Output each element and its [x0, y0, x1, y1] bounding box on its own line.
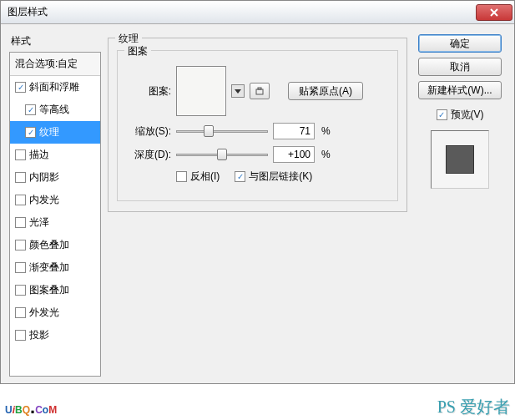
style-item-label: 等高线: [39, 103, 69, 117]
style-checkbox[interactable]: [15, 330, 26, 341]
svg-marker-2: [235, 89, 241, 94]
styles-label: 样式: [9, 31, 101, 52]
style-checkbox[interactable]: [15, 149, 26, 160]
preview-swatch: [446, 145, 474, 174]
style-item-label: 内阴影: [29, 170, 59, 185]
style-checkbox[interactable]: [25, 104, 36, 115]
scale-input[interactable]: [273, 123, 315, 139]
style-item-label: 描边: [29, 148, 49, 162]
blend-options-header[interactable]: 混合选项:自定: [10, 53, 100, 76]
scale-unit: %: [320, 125, 331, 137]
style-item-label: 斜面和浮雕: [29, 80, 79, 94]
pattern-dropdown[interactable]: [231, 84, 245, 98]
style-item-label: 图案叠加: [29, 283, 69, 297]
style-item[interactable]: 光泽: [10, 211, 100, 234]
invert-label: 反相(I): [190, 170, 220, 184]
style-checkbox[interactable]: [15, 195, 26, 205]
style-item-label: 渐变叠加: [29, 261, 69, 275]
style-item-label: 外发光: [29, 306, 59, 320]
depth-slider[interactable]: [176, 147, 268, 162]
window-title: 图层样式: [8, 5, 48, 19]
watermark-left: UiBQ.CoM: [5, 397, 57, 418]
close-icon: [490, 8, 498, 17]
watermark-right: PS 爱好者: [437, 396, 510, 418]
pattern-swatch[interactable]: [176, 66, 226, 116]
cancel-button[interactable]: 取消: [418, 58, 502, 76]
pattern-label: 图案:: [126, 84, 171, 99]
style-item-label: 颜色叠加: [29, 238, 69, 252]
scale-label: 缩放(S):: [126, 124, 171, 139]
scale-slider[interactable]: [176, 124, 268, 139]
style-item[interactable]: 等高线: [10, 99, 100, 121]
styles-list: 混合选项:自定 斜面和浮雕等高线纹理描边内阴影内发光光泽颜色叠加渐变叠加图案叠加…: [9, 52, 101, 377]
style-item[interactable]: 图案叠加: [10, 279, 100, 301]
style-item[interactable]: 颜色叠加: [10, 234, 100, 256]
close-button[interactable]: [476, 4, 512, 21]
style-item-label: 纹理: [39, 125, 59, 139]
style-item-label: 光泽: [29, 215, 49, 230]
pattern-group-title: 图案: [124, 44, 151, 58]
new-preset-icon: [255, 86, 265, 96]
new-pattern-button[interactable]: [250, 83, 270, 99]
link-checkbox[interactable]: 与图层链接(K): [235, 170, 312, 184]
style-checkbox[interactable]: [15, 307, 26, 318]
options-row: 反相(I) 与图层链接(K): [126, 170, 389, 184]
depth-unit: %: [320, 149, 331, 160]
scale-row: 缩放(S): %: [126, 123, 389, 139]
action-panel: 确定 取消 新建样式(W)... 预览(V): [414, 31, 506, 377]
watermark: UiBQ.CoM PS 爱好者: [0, 396, 515, 418]
style-checkbox[interactable]: [15, 82, 26, 93]
svg-rect-3: [256, 89, 263, 94]
texture-group: 纹理 图案 图案: 贴紧原点(A): [108, 38, 407, 212]
style-checkbox[interactable]: [25, 127, 36, 138]
style-item[interactable]: 纹理: [10, 121, 100, 144]
dialog-content: 样式 混合选项:自定 斜面和浮雕等高线纹理描边内阴影内发光光泽颜色叠加渐变叠加图…: [1, 24, 514, 383]
style-item[interactable]: 外发光: [10, 301, 100, 324]
style-item[interactable]: 渐变叠加: [10, 256, 100, 279]
preview-checkbox[interactable]: 预览(V): [437, 108, 484, 122]
styles-panel: 样式 混合选项:自定 斜面和浮雕等高线纹理描边内阴影内发光光泽颜色叠加渐变叠加图…: [9, 31, 101, 377]
style-item-label: 内发光: [29, 193, 59, 207]
style-checkbox[interactable]: [15, 240, 26, 250]
snap-origin-button[interactable]: 贴紧原点(A): [288, 82, 363, 100]
invert-checkbox[interactable]: 反相(I): [176, 170, 220, 184]
preview-label: 预览(V): [451, 108, 484, 122]
svg-rect-4: [258, 88, 261, 89]
style-item[interactable]: 内阴影: [10, 166, 100, 189]
style-item[interactable]: 描边: [10, 144, 100, 166]
depth-row: 深度(D): %: [126, 146, 389, 163]
layer-style-dialog: 图层样式 样式 混合选项:自定 斜面和浮雕等高线纹理描边内阴影内发光光泽颜色叠加…: [0, 0, 515, 384]
link-label: 与图层链接(K): [249, 170, 312, 184]
preview-box: [431, 130, 489, 189]
style-checkbox[interactable]: [15, 262, 26, 273]
style-item-label: 投影: [29, 328, 49, 342]
style-item[interactable]: 投影: [10, 324, 100, 347]
new-style-button[interactable]: 新建样式(W)...: [418, 81, 502, 99]
titlebar: 图层样式: [1, 1, 514, 24]
style-checkbox[interactable]: [15, 285, 26, 296]
ok-button[interactable]: 确定: [418, 34, 502, 53]
depth-input[interactable]: [273, 146, 315, 163]
style-checkbox[interactable]: [15, 172, 26, 183]
style-item[interactable]: 斜面和浮雕: [10, 76, 100, 99]
style-item[interactable]: 内发光: [10, 189, 100, 211]
options-panel: 纹理 图案 图案: 贴紧原点(A): [108, 31, 407, 377]
pattern-row: 图案: 贴紧原点(A): [126, 66, 389, 116]
depth-label: 深度(D):: [126, 148, 171, 162]
pattern-group: 图案 图案: 贴紧原点(A): [117, 50, 398, 201]
chevron-down-icon: [235, 89, 241, 94]
style-checkbox[interactable]: [15, 217, 26, 228]
